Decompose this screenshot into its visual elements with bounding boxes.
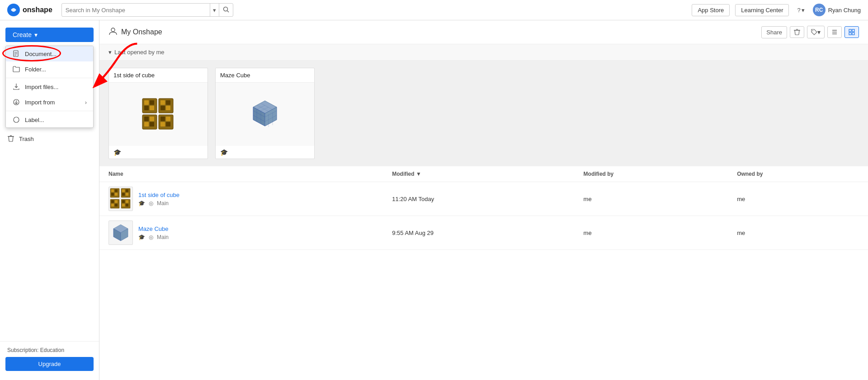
svg-point-1	[223, 7, 227, 11]
card-title-doc1: 1st side of cube	[109, 68, 208, 83]
app-body: Create ▾ Document...	[0, 20, 868, 380]
svg-rect-71	[122, 200, 125, 203]
search-input[interactable]	[62, 7, 210, 14]
col-header-owned-by: Owned by	[728, 166, 868, 182]
col-header-modified-by: Modified by	[575, 166, 728, 182]
card-title-text-doc2: Maze Cube	[220, 72, 250, 79]
menu-item-document-label: Document...	[25, 51, 57, 57]
menu-item-document[interactable]: Document...	[6, 46, 93, 61]
trash-icon	[794, 29, 800, 35]
section-header[interactable]: ▾ Last opened by me	[99, 44, 868, 61]
table-header-row: Name Modified ▼ Modified by Owned by	[99, 166, 868, 182]
doc-name-doc1[interactable]: 1st side of cube	[138, 192, 179, 198]
svg-rect-23	[144, 106, 149, 110]
svg-rect-63	[122, 193, 125, 196]
logo: onshape	[7, 4, 52, 16]
thumbnail-card-doc1[interactable]: 1st side of cube	[108, 68, 208, 159]
branch-name-doc1: Main	[157, 200, 169, 206]
card-title-text-doc1: 1st side of cube	[113, 72, 155, 79]
svg-rect-68	[111, 204, 114, 206]
avatar: RC	[813, 4, 826, 16]
table-cell-modified-by-doc1: me	[575, 182, 728, 216]
help-dropdown-icon: ▾	[802, 7, 805, 14]
table-row[interactable]: 1st side of cube 🎓 ◎ Main 11:20 AM Today…	[99, 182, 868, 216]
menu-item-label[interactable]: Label...	[6, 112, 93, 127]
subscription-text: Subscription: Education	[5, 347, 94, 353]
svg-rect-31	[144, 117, 149, 121]
sidebar-item-trash-label: Trash	[19, 136, 34, 142]
sort-indicator: ▼	[416, 171, 421, 177]
search-container: ▾	[61, 3, 233, 17]
menu-item-import-from-label: Import from	[25, 99, 55, 106]
card-body-doc2	[216, 83, 314, 146]
folder-icon	[12, 65, 20, 73]
list-view-button[interactable]	[827, 26, 842, 38]
upgrade-button[interactable]: Upgrade	[5, 357, 94, 371]
name-cell-doc2: Maze Cube 🎓 ◎ Main	[108, 220, 374, 245]
help-button[interactable]: ? ▾	[794, 7, 807, 14]
table-row[interactable]: Maze Cube 🎓 ◎ Main 9:55 AM Aug 29 me me	[99, 216, 868, 250]
edu-badge-doc1: 🎓	[138, 200, 145, 206]
branch-name-doc2: Main	[157, 234, 169, 240]
menu-item-import-files[interactable]: Import files...	[6, 79, 93, 94]
svg-rect-34	[150, 122, 154, 127]
page-actions: Share ▾	[761, 26, 859, 38]
create-button[interactable]: Create ▾	[5, 28, 94, 42]
doc-info-doc1: 1st side of cube 🎓 ◎ Main	[138, 192, 179, 206]
sidebar-item-trash[interactable]: Trash	[0, 131, 99, 146]
svg-rect-61	[122, 189, 125, 192]
col-header-modified: Modified ▼	[383, 166, 574, 182]
svg-rect-33	[144, 122, 149, 127]
label-dropdown-button[interactable]: ▾	[807, 26, 825, 38]
header: onshape ▾ App Store Learning Center ? ▾ …	[0, 0, 868, 20]
svg-rect-69	[115, 204, 118, 206]
app-store-button[interactable]: App Store	[692, 4, 730, 16]
menu-item-folder[interactable]: Folder...	[6, 61, 93, 77]
document-icon	[12, 50, 20, 58]
svg-rect-37	[166, 117, 170, 121]
doc1-thumbnail	[140, 96, 176, 132]
search-dropdown-button[interactable]: ▾	[210, 4, 219, 16]
doc-name-doc2[interactable]: Maze Cube	[138, 225, 169, 232]
user-menu-button[interactable]: RC Ryan Chung	[813, 4, 861, 16]
branch-icon-doc2: ◎	[149, 234, 153, 240]
tag-icon	[811, 29, 817, 35]
thumbnail-card-doc2[interactable]: Maze Cube	[215, 68, 315, 159]
grid-view-button[interactable]	[844, 26, 859, 38]
search-submit-button[interactable]	[219, 4, 233, 16]
menu-divider-2	[6, 111, 93, 111]
svg-rect-72	[126, 200, 128, 203]
svg-point-10	[111, 28, 115, 32]
import-files-icon	[12, 83, 20, 91]
svg-rect-59	[115, 193, 118, 196]
svg-rect-57	[115, 189, 118, 192]
create-dropdown-icon: ▾	[34, 31, 38, 38]
user-name: Ryan Chung	[828, 7, 861, 14]
svg-rect-74	[126, 204, 128, 206]
svg-rect-29	[166, 106, 170, 110]
svg-point-8	[14, 117, 19, 122]
svg-rect-24	[150, 106, 154, 110]
sidebar-nav: Trash	[0, 131, 99, 146]
delete-button[interactable]	[790, 26, 804, 38]
doc-info-doc2: Maze Cube 🎓 ◎ Main	[138, 225, 169, 240]
person-icon	[108, 27, 118, 38]
col-header-name: Name	[99, 166, 383, 182]
learning-center-button[interactable]: Learning Center	[735, 4, 789, 16]
svg-rect-36	[160, 117, 165, 121]
help-icon: ?	[797, 7, 800, 14]
share-button[interactable]: Share	[761, 26, 787, 38]
onshape-logo-icon	[7, 4, 20, 16]
doc2-thumbnail	[247, 96, 283, 132]
table-cell-modified-doc2: 9:55 AM Aug 29	[383, 216, 574, 250]
svg-rect-18	[849, 33, 851, 35]
documents-table: Name Modified ▼ Modified by Owned by	[99, 166, 868, 250]
menu-item-import-from[interactable]: Import from ›	[6, 94, 93, 110]
svg-line-2	[227, 10, 229, 12]
card-title-doc2: Maze Cube	[216, 68, 314, 83]
doc-meta-doc2: 🎓 ◎ Main	[138, 234, 169, 240]
table-cell-name-doc1: 1st side of cube 🎓 ◎ Main	[99, 182, 383, 216]
svg-rect-58	[111, 193, 114, 196]
page-header: My Onshape Share ▾	[99, 20, 868, 44]
card-body-doc1	[109, 83, 208, 146]
